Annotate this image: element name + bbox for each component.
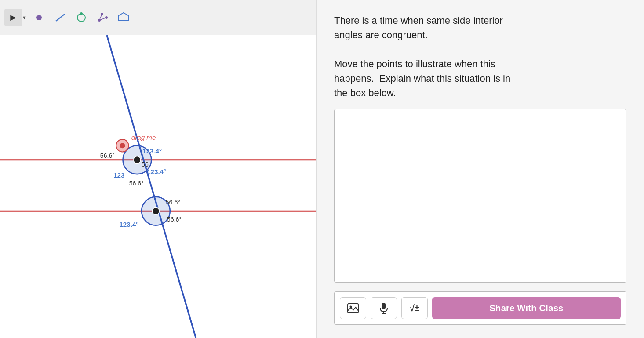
- drag-label: drag me: [131, 134, 156, 141]
- svg-point-18: [152, 207, 159, 214]
- image-icon: [347, 303, 359, 313]
- svg-text:56.6°: 56.6°: [167, 216, 182, 223]
- angle-tool[interactable]: [94, 9, 111, 26]
- circle-tool[interactable]: [73, 9, 90, 26]
- geometry-svg: drag me 123.4° 56.6° 56. 123 56.6° 123.4…: [0, 35, 316, 338]
- svg-rect-30: [382, 303, 386, 309]
- instruction-line2: angles are congruent.: [334, 28, 626, 42]
- svg-text:56.6°: 56.6°: [100, 152, 115, 159]
- svg-point-0: [36, 15, 42, 20]
- svg-point-16: [120, 143, 125, 148]
- select-tool[interactable]: ►: [4, 9, 22, 26]
- answer-textarea[interactable]: [334, 109, 626, 283]
- instruction-line3: Move the points to illustrate when this: [334, 57, 626, 71]
- point-tool[interactable]: [30, 9, 48, 26]
- point-icon: [34, 12, 44, 23]
- geometry-panel: ► ▼: [0, 0, 317, 338]
- line-icon: [54, 12, 66, 23]
- svg-point-3: [80, 12, 83, 15]
- instruction-line4: happens. Explain what this situation is …: [334, 71, 626, 86]
- toolbar: ► ▼: [0, 0, 316, 35]
- microphone-icon: [379, 302, 388, 314]
- svg-marker-9: [118, 13, 129, 20]
- microphone-button[interactable]: [371, 297, 397, 319]
- svg-line-1: [56, 14, 65, 21]
- svg-text:123: 123: [113, 171, 124, 179]
- action-bar: √± Share With Class: [334, 291, 626, 325]
- polygon-tool[interactable]: [115, 9, 132, 26]
- instruction-text: There is a time when same side interior …: [334, 13, 626, 100]
- svg-line-12: [107, 35, 196, 338]
- circle-icon: [75, 11, 87, 24]
- math-button[interactable]: √±: [401, 297, 428, 319]
- svg-point-14: [134, 156, 141, 164]
- svg-text:56.6°: 56.6°: [129, 180, 144, 187]
- right-panel: There is a time when same side interior …: [317, 0, 644, 338]
- line-tool[interactable]: [51, 9, 69, 26]
- geometry-canvas[interactable]: drag me 123.4° 56.6° 56. 123 56.6° 123.4…: [0, 35, 316, 338]
- polygon-icon: [117, 11, 130, 24]
- math-icon: √±: [410, 303, 419, 313]
- angle-icon: [96, 11, 109, 24]
- svg-text:56.6°: 56.6°: [166, 199, 180, 206]
- share-with-class-button[interactable]: Share With Class: [432, 297, 621, 319]
- svg-text:123.4°: 123.4°: [119, 221, 138, 228]
- svg-text:123.4°: 123.4°: [147, 168, 166, 175]
- image-button[interactable]: [340, 297, 366, 319]
- svg-text:123.4°: 123.4°: [142, 147, 162, 155]
- instruction-line1: There is a time when same side interior: [334, 13, 626, 28]
- svg-text:56.: 56.: [142, 161, 150, 168]
- tool-dropdown-arrow[interactable]: ▼: [22, 15, 27, 20]
- instruction-line5: the box below.: [334, 86, 626, 100]
